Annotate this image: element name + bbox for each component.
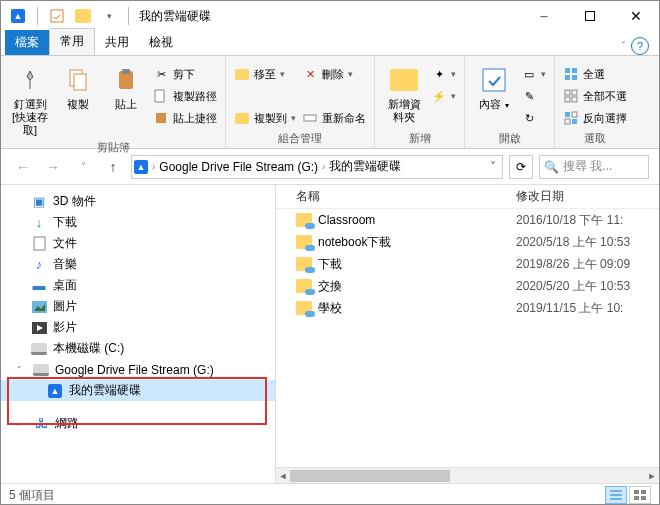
- svg-rect-3: [74, 74, 86, 90]
- tab-view[interactable]: 檢視: [139, 30, 183, 55]
- selectall-icon: [563, 66, 579, 82]
- delete-button[interactable]: ✕刪除 ▾: [302, 64, 366, 84]
- svg-rect-6: [155, 90, 164, 102]
- nav-desktop[interactable]: ▬桌面: [1, 275, 275, 296]
- history-button[interactable]: ↻: [521, 108, 546, 128]
- back-button[interactable]: ←: [11, 155, 35, 179]
- forward-button[interactable]: →: [41, 155, 65, 179]
- copy-button[interactable]: 複製: [57, 60, 99, 111]
- nav-music[interactable]: ♪音樂: [1, 254, 275, 275]
- nav-localdisk[interactable]: 本機磁碟 (C:): [1, 338, 275, 359]
- file-row[interactable]: notebook下載2020/5/18 上午 10:53: [276, 231, 659, 253]
- pasteshortcut-button[interactable]: 貼上捷徑: [153, 108, 217, 128]
- edit-icon: ✎: [521, 88, 537, 104]
- up-button[interactable]: ↑: [101, 155, 125, 179]
- svg-rect-8: [304, 115, 316, 121]
- column-name[interactable]: 名稱: [276, 188, 516, 205]
- properties-button[interactable]: 內容 ▾: [473, 60, 515, 111]
- close-button[interactable]: ✕: [613, 1, 659, 31]
- open-button[interactable]: ▭▾: [521, 64, 546, 84]
- svg-rect-5: [122, 69, 130, 74]
- svg-rect-21: [565, 119, 570, 124]
- refresh-button[interactable]: ⟳: [509, 155, 533, 179]
- qat-properties-icon[interactable]: [46, 5, 68, 27]
- invertselect-button[interactable]: 反向選擇: [563, 108, 627, 128]
- svg-rect-31: [641, 490, 646, 494]
- copypath-button[interactable]: 複製路徑: [153, 86, 217, 106]
- qat-newfolder-icon[interactable]: [72, 5, 94, 27]
- minimize-button[interactable]: ─: [521, 1, 567, 31]
- delete-icon: ✕: [302, 66, 318, 82]
- address-bar[interactable]: ▲ › Google Drive File Stream (G:) › 我的雲端…: [131, 155, 503, 179]
- open-icon: ▭: [521, 66, 537, 82]
- 3d-icon: ▣: [31, 194, 47, 210]
- desktop-icon: ▬: [31, 278, 47, 294]
- expand-icon[interactable]: ˅: [17, 365, 27, 375]
- selectnone-button[interactable]: 全部不選: [563, 86, 627, 106]
- horizontal-scrollbar[interactable]: ◄ ►: [276, 467, 659, 483]
- easyaccess-button[interactable]: ⚡▾: [431, 86, 456, 106]
- nav-gdrive[interactable]: ˅Google Drive File Stream (G:): [1, 359, 275, 380]
- moveto-icon: [234, 66, 250, 82]
- svg-rect-0: [51, 10, 63, 22]
- copy-icon: [62, 64, 94, 96]
- tab-home[interactable]: 常用: [49, 28, 95, 55]
- crumb-drive[interactable]: Google Drive File Stream (G:): [159, 160, 318, 174]
- details-view-button[interactable]: [605, 486, 627, 504]
- document-icon: [31, 236, 47, 252]
- search-input[interactable]: 🔍 搜尋 我...: [539, 155, 649, 179]
- file-row[interactable]: Classroom2016/10/18 下午 11:: [276, 209, 659, 231]
- file-list[interactable]: Classroom2016/10/18 下午 11:notebook下載2020…: [276, 209, 659, 467]
- group-organize-label: 組合管理: [234, 129, 366, 148]
- gdrive-disk-icon: [33, 362, 49, 378]
- file-row[interactable]: 學校2019/11/15 上午 10:: [276, 297, 659, 319]
- nav-videos[interactable]: 影片: [1, 317, 275, 338]
- icons-view-button[interactable]: [629, 486, 651, 504]
- file-date: 2020/5/18 上午 10:53: [516, 234, 659, 251]
- edit-button[interactable]: ✎: [521, 86, 546, 106]
- copyto-button[interactable]: 複製到 ▾: [234, 108, 296, 128]
- nav-documents[interactable]: 文件: [1, 233, 275, 254]
- scroll-right-icon[interactable]: ►: [645, 468, 659, 484]
- pin-button[interactable]: 釘選到 [快速存取]: [9, 60, 51, 138]
- selectall-button[interactable]: 全選: [563, 64, 627, 84]
- rename-button[interactable]: 重新命名: [302, 108, 366, 128]
- nav-pictures[interactable]: 圖片: [1, 296, 275, 317]
- file-date: 2019/11/15 上午 10:: [516, 300, 659, 317]
- folder-icon: [296, 301, 312, 315]
- nav-mydrive[interactable]: ▲我的雲端硬碟: [1, 380, 275, 401]
- history-icon: ↻: [521, 110, 537, 126]
- nav-network[interactable]: ›🖧網路: [1, 413, 275, 434]
- maximize-button[interactable]: [567, 1, 613, 31]
- pictures-icon: [31, 299, 47, 315]
- file-row[interactable]: 下載2019/8/26 上午 09:09: [276, 253, 659, 275]
- file-row[interactable]: 交換2020/5/20 上午 10:53: [276, 275, 659, 297]
- file-date: 2019/8/26 上午 09:09: [516, 256, 659, 273]
- cut-button[interactable]: ✂剪下: [153, 64, 217, 84]
- address-dropdown-icon[interactable]: ˅: [486, 160, 500, 174]
- crumb-sep-icon[interactable]: ›: [152, 161, 155, 172]
- moveto-button[interactable]: 移至 ▾: [234, 64, 296, 84]
- paste-button[interactable]: 貼上: [105, 60, 147, 111]
- recent-dropdown[interactable]: ˅: [71, 155, 95, 179]
- navigation-pane[interactable]: ▣3D 物件 ↓下載 文件 ♪音樂 ▬桌面 圖片 影片 本機磁碟 (C:) ˅G…: [1, 185, 276, 483]
- tab-share[interactable]: 共用: [95, 30, 139, 55]
- svg-rect-33: [641, 496, 646, 500]
- app-icon: ▲: [7, 5, 29, 27]
- nav-downloads[interactable]: ↓下載: [1, 212, 275, 233]
- scroll-thumb[interactable]: [290, 470, 450, 482]
- newfolder-button[interactable]: 新增資料夾: [383, 60, 425, 124]
- column-modified[interactable]: 修改日期: [516, 188, 659, 205]
- help-icon[interactable]: ?: [631, 37, 649, 55]
- scroll-left-icon[interactable]: ◄: [276, 468, 290, 484]
- crumb-sep-icon[interactable]: ›: [322, 161, 325, 172]
- network-icon: 🖧: [33, 416, 49, 432]
- copyto-icon: [234, 110, 250, 126]
- crumb-folder[interactable]: 我的雲端硬碟: [329, 158, 401, 175]
- qat-dropdown-icon[interactable]: ▾: [98, 5, 120, 27]
- ribbon-collapse-icon[interactable]: ˇ: [622, 41, 625, 52]
- newitem-button[interactable]: ✦▾: [431, 64, 456, 84]
- tab-file[interactable]: 檔案: [5, 30, 49, 55]
- expand-icon[interactable]: ›: [17, 419, 27, 429]
- nav-3dobjects[interactable]: ▣3D 物件: [1, 191, 275, 212]
